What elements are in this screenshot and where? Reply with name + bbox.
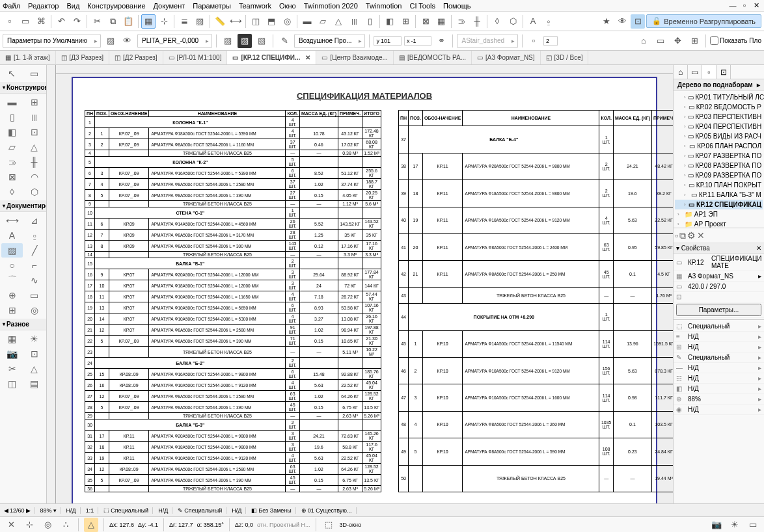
props-dd-icon[interactable]: ▸ — [758, 273, 761, 280]
roof-tool-icon[interactable]: △ — [23, 140, 45, 154]
detail-icon[interactable]: ◎ — [280, 14, 294, 29]
slab-icon[interactable]: ▱ — [316, 14, 330, 29]
label-tool-icon[interactable]: ⍛ — [23, 228, 45, 243]
tree-dup-icon[interactable]: ⧉ — [679, 230, 686, 241]
view-tab[interactable]: ▤[ВЕДОМОСТЬ РА... — [394, 51, 472, 64]
worksheet-tool-icon[interactable]: ▤ — [23, 377, 45, 391]
door-icon[interactable]: ◧ — [383, 14, 397, 29]
tree-item[interactable]: ›▭ КР.03 ПЕРСПЕКТИВН — [675, 112, 763, 122]
num-input[interactable] — [543, 36, 558, 46]
astair-dropdown[interactable]: AStair_dashed — [457, 34, 518, 48]
elev-icon[interactable]: ⬒ — [264, 14, 279, 29]
tree-item[interactable]: ›▭ КР.08 РАЗВЕРТКА ПО — [675, 161, 763, 170]
minimize-icon[interactable]: — — [728, 1, 738, 10]
redo-icon[interactable]: ↷ — [70, 14, 84, 29]
temp-ungroup-button[interactable]: 🔓 Временно Разгруппировать — [646, 14, 761, 28]
menu-options[interactable]: Параметры — [193, 2, 231, 10]
copy-icon[interactable]: ⧉ — [105, 14, 120, 29]
view-tab[interactable]: ▭[Центр Взаимоде... — [316, 51, 394, 64]
tree-item[interactable]: ›▭ КР.11 БАЛКА "Б-3" М — [675, 190, 763, 200]
marquee-tool-icon[interactable]: ▭ — [24, 66, 46, 81]
dim-icon[interactable]: ⟷ — [228, 14, 243, 29]
tree-del-icon[interactable]: ✕ — [697, 230, 705, 241]
air-dropdown[interactable]: Воздушное Про... — [294, 34, 365, 48]
shell-tool-icon[interactable]: ◠ — [23, 170, 45, 184]
spline-tool-icon[interactable]: ∿ — [23, 273, 45, 287]
snap-icon[interactable]: ⊹ — [157, 14, 171, 29]
obj-icon[interactable]: ⬡ — [506, 14, 520, 29]
zoom-dd-icon[interactable]: ▾ — [53, 507, 57, 514]
xref-icon[interactable]: ⊞ — [687, 34, 702, 48]
nav-tab-layout[interactable]: ▫ — [702, 65, 716, 79]
measure-icon[interactable]: 📏 — [213, 14, 227, 29]
stair-tool-icon[interactable]: ⪾ — [1, 155, 23, 169]
fill-icon[interactable]: ▨ — [193, 14, 207, 29]
tree-item[interactable]: ›▭ КР.10 ПЛАН ПОКРЫТ — [675, 180, 763, 190]
drawing-tool-icon[interactable]: ⊞ — [1, 303, 23, 317]
view-tab[interactable]: ◫[Д2 Разрез] — [109, 51, 163, 64]
show-checkbox[interactable]: Показать Пло — [710, 36, 761, 45]
menu-design[interactable]: Конструирование — [87, 2, 145, 10]
stair-icon[interactable]: ⪾ — [454, 14, 469, 29]
tree-item[interactable]: ›▭ КР.05 ВИДЫ ИЗ РАСЧ — [675, 131, 763, 141]
undo-icon[interactable]: ↶ — [54, 14, 68, 29]
prop-row[interactable]: ◧Н/Д▸ — [674, 384, 764, 394]
rail-icon[interactable]: ╫ — [470, 14, 484, 29]
origin-icon[interactable]: △ — [84, 518, 98, 532]
menu-tm[interactable]: Twinmotion — [366, 2, 402, 10]
tree-folder[interactable]: ›📁 АР Проект — [675, 219, 763, 228]
prop-row[interactable]: ◉Н/Д▸ — [674, 405, 764, 415]
zone-icon[interactable]: ▦ — [434, 14, 448, 29]
fill2-icon[interactable]: ▨ — [238, 34, 252, 48]
view-tab[interactable]: ◱[3D / Все] — [541, 51, 589, 64]
page-fwd-icon[interactable]: ▶ — [26, 507, 31, 514]
mesh-icon[interactable]: ⊠ — [418, 14, 433, 29]
grid-tool-icon[interactable]: ▦ — [1, 332, 23, 346]
text-tool-icon[interactable]: A — [1, 228, 23, 243]
column-tool-icon[interactable]: ▯ — [1, 110, 23, 124]
folder-icon[interactable]: ▭ — [653, 34, 668, 48]
sun-icon[interactable]: ☀ — [728, 518, 742, 532]
tree-item[interactable]: ›▭ КР.04 ПЕРСПЕКТИВН — [675, 122, 763, 131]
nav-tab-view[interactable]: ▭ — [688, 65, 702, 79]
design-tools-header[interactable]: Конструирова — [0, 82, 46, 94]
link-icon[interactable]: ⚭ — [434, 34, 448, 48]
arrow-tool-icon[interactable]: ↖ — [1, 66, 23, 81]
eye-icon[interactable]: 👁 — [615, 14, 629, 29]
menu-tm2020[interactable]: Twinmotion 2020 — [304, 2, 358, 10]
wall-icon[interactable]: ▬ — [300, 14, 314, 29]
parameters-button[interactable]: Параметры... — [676, 304, 761, 316]
snap2-icon[interactable]: ⊹ — [22, 518, 36, 532]
home-icon[interactable]: ⌂ — [636, 34, 651, 48]
view3d-icon[interactable]: ⬚ — [321, 518, 336, 532]
num-icon[interactable]: ▫ — [526, 34, 541, 48]
rail-tool-icon[interactable]: ╫ — [23, 155, 45, 169]
view-tab[interactable]: ▭[РЛ-01 М1:100] — [163, 51, 228, 64]
tree-item[interactable]: ›▭ КР.01 ТИТУЛЬНЫЙ ЛС — [675, 92, 763, 102]
group-icon[interactable]: ⊡ — [631, 14, 645, 29]
view-tab[interactable]: ◫[Д3 Разрез] — [56, 51, 110, 64]
prop-row[interactable]: —Н/Д▸ — [674, 363, 764, 373]
cut-icon[interactable]: ✂ — [90, 14, 104, 29]
tree-settings-icon[interactable]: ⚙ — [687, 230, 696, 241]
menu-edit[interactable]: Редактор — [28, 2, 59, 10]
menu-file[interactable]: Файл — [3, 2, 20, 10]
arc-tool-icon[interactable]: ⌒ — [1, 273, 23, 287]
document-tools-header[interactable]: Документиро — [0, 200, 46, 212]
page-back-icon[interactable]: ◀ — [4, 507, 8, 514]
tree-folder[interactable]: ›📁 АР1 ЭП — [675, 209, 763, 219]
tree-menu-icon[interactable]: ▸ — [757, 81, 760, 88]
section-icon[interactable]: ◫ — [249, 14, 263, 29]
nav-tab-pub[interactable]: ⊡ — [716, 65, 731, 79]
defaults-dropdown[interactable]: Параметры по Умолчанию — [3, 34, 101, 48]
lamp-tool-icon[interactable]: ☀ — [23, 332, 45, 346]
window-tool2-icon[interactable]: ⊡ — [23, 125, 45, 139]
beam-tool-icon[interactable]: ⫼ — [23, 110, 45, 124]
fill3-icon[interactable]: ▧ — [254, 34, 269, 48]
figure-tool-icon[interactable]: ▭ — [23, 288, 45, 302]
nav-tab-project[interactable]: ⌂ — [674, 65, 688, 79]
text-icon[interactable]: A — [526, 14, 540, 29]
prop-row[interactable]: ✎Специальный▸ — [674, 352, 764, 363]
change-tool-icon[interactable]: ◎ — [23, 303, 45, 317]
door-tool-icon[interactable]: ◧ — [1, 125, 23, 139]
